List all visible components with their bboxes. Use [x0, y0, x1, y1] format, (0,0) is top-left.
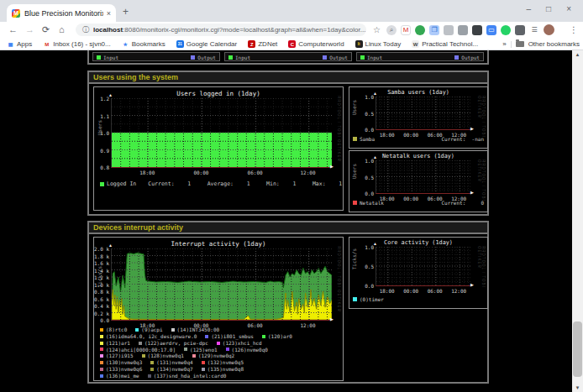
blue-chat-extension-icon[interactable]: ▭ — [486, 25, 496, 35]
search-extension-icon[interactable]: ⌕ — [386, 25, 397, 35]
legend-swatch — [100, 368, 103, 371]
bookmarks-overflow-chevron[interactable]: » — [502, 40, 506, 48]
legend-swatch — [184, 348, 187, 351]
legend-swatch — [217, 342, 220, 345]
y-axis-arrow-icon: ▲ — [108, 93, 113, 97]
x-tick-label: 00:00 — [401, 132, 421, 138]
legend-item: (125)eno1 — [184, 347, 218, 353]
x-tick-label: 12:00 — [297, 322, 318, 328]
y-tick-label: 0.8 k — [93, 289, 109, 295]
tab-strip: M Blue Precision Monitorix × + – □ × — [0, 0, 583, 22]
users-section: Users using the system Users logged in (… — [87, 71, 489, 216]
scroll-up-icon[interactable]: ▲ — [572, 50, 583, 59]
gray-card-extension-icon[interactable] — [444, 25, 454, 35]
y-tick-label: 0.5 — [358, 175, 374, 180]
star-icon: ★ — [122, 40, 129, 48]
core-activity-graph[interactable]: Core activity (1day) Ticks/s (0)timer RR… — [349, 237, 488, 309]
y-tick-label: 1.0 — [358, 158, 374, 164]
x-tick-label: 06:00 — [425, 288, 445, 294]
bookmark-item[interactable]: ZZDNet — [248, 40, 277, 48]
x-tick-label: 06:00 — [425, 132, 445, 138]
puzzle-extension-icon[interactable] — [515, 25, 525, 35]
legend-label: Samba — [360, 136, 375, 142]
legend-item: Samba — [353, 136, 375, 142]
copy-pages-extension-icon[interactable]: ❐ — [429, 25, 439, 35]
cutoff-graph-panel[interactable]: Input Output — [92, 52, 220, 61]
new-tab-button[interactable]: + — [123, 7, 129, 17]
samba-users-graph[interactable]: Samba users (1day) Users SambaCurrent: -… — [349, 86, 488, 149]
reload-icon[interactable]: ⟳ — [42, 24, 50, 35]
other-bookmarks-button[interactable]: Other bookmarks — [528, 40, 580, 48]
home-icon[interactable]: ⌂ — [59, 24, 65, 34]
x-axis-arrow-icon: ▶ — [330, 317, 334, 321]
browser-menu-icon[interactable]: ⋮ — [570, 25, 578, 34]
legend-item: (122)aerdrv, pcie-dpc — [139, 340, 208, 347]
graph-legend: Logged InCurrent: 1 Average: 1 Min: 1 Ma… — [100, 180, 342, 187]
window-close-button[interactable]: × — [566, 4, 571, 13]
bookmark-star-icon[interactable]: ☆ — [373, 25, 381, 34]
bookmark-item[interactable]: ltLinux Today — [355, 40, 402, 48]
mask-extension-icon[interactable] — [458, 25, 468, 35]
y-tick-label: 0.9 — [93, 148, 109, 154]
legend-label: (132)nvme0q5 — [207, 359, 244, 366]
bookmark-item[interactable]: ▦Apps — [7, 40, 32, 48]
legend-item: (136)mei_me — [100, 373, 139, 379]
green-circle-extension-icon[interactable] — [501, 25, 511, 35]
tab-title: Blue Precision Monitorix — [24, 9, 103, 18]
netatalk-users-graph[interactable]: Netatalk users (1day) Users NetatalkCurr… — [349, 150, 488, 212]
window-maximize-button[interactable]: □ — [546, 4, 551, 13]
devices-section-title: Devices interrupt activity — [89, 222, 487, 234]
y-tick-label: 2.0 k — [93, 246, 109, 252]
y-tick-label: 1.6 k — [93, 260, 109, 266]
x-tick-label: 18:00 — [137, 322, 157, 328]
legend-label: (131)nvme0q4 — [156, 359, 192, 366]
address-bar[interactable]: ⓘ localhost:8080/monitorix-cgi/monitorix… — [76, 24, 366, 36]
legend-item: (133)nvme0q6 — [100, 366, 142, 373]
y-tick-label: 1.8 k — [93, 253, 109, 259]
graph-legend: (0)timer — [353, 296, 484, 302]
legend-swatch — [148, 374, 151, 378]
input-legend-swatch — [97, 55, 101, 60]
scroll-down-icon[interactable]: ▼ — [572, 384, 583, 392]
bookmark-item[interactable]: ★Bookmarks — [122, 40, 165, 48]
tab-close-icon[interactable]: × — [107, 9, 111, 18]
bookmark-item[interactable]: MInbox (16) - sjvn0... — [43, 40, 110, 48]
page-content: Input Output Input Output Input Output U… — [0, 50, 583, 392]
users-logged-in-graph[interactable]: Users logged in (1day) Users Logged InCu… — [93, 86, 344, 211]
green-phone-extension-icon[interactable] — [415, 25, 425, 35]
cutoff-graph-panel[interactable]: Input Output — [356, 52, 484, 61]
browser-tab[interactable]: M Blue Precision Monitorix × — [7, 4, 116, 22]
gmail-extension-icon[interactable]: M — [401, 25, 411, 35]
legend-stats: Current: 1 Average: 1 Min: 1 Max: 1 — [148, 180, 342, 187]
legend-label: (136)mei_me — [106, 373, 139, 379]
vertical-scrollbar[interactable]: ▲ ▼ — [572, 50, 583, 392]
dark-square-extension-icon[interactable] — [472, 25, 482, 35]
bookmark-label: Computerworld — [298, 40, 344, 48]
y-tick-label: 0.5 — [358, 264, 374, 269]
legend-item: (127)i915 — [100, 353, 134, 359]
legend-item: (124)ahci[0000:00:17.0] — [100, 347, 176, 353]
y-tick-label: 0.0 — [358, 127, 374, 133]
back-icon[interactable]: ← — [8, 24, 18, 34]
cutoff-graph-panel[interactable]: Input Output — [224, 52, 352, 61]
legend-swatch — [262, 335, 265, 338]
window-minimize-button[interactable]: – — [526, 4, 531, 13]
legend-item: (123)xhci_hcd — [217, 340, 262, 347]
bookmark-item[interactable]: CComputerworld — [288, 40, 344, 48]
scrollbar-thumb[interactable] — [573, 321, 582, 377]
site-info-icon[interactable]: ⓘ — [82, 25, 89, 34]
profile-avatar[interactable] — [544, 24, 554, 35]
x-tick-label: 00:00 — [191, 322, 211, 328]
y-axis-label: Ticks/s — [351, 248, 357, 269]
interrupt-activity-graph[interactable]: Interrupt activity (1day) Ticks/s (8)rtc… — [93, 237, 344, 381]
media-list-extension-icon[interactable]: ☰ — [529, 25, 539, 35]
legend-label: (128)nvme0q1 — [148, 353, 184, 359]
rrdtool-watermark: RRDTOOL / TOBI OETIKER — [477, 246, 486, 308]
x-tick-label: 18:00 — [377, 288, 397, 294]
legend-swatch — [226, 348, 229, 351]
bookmark-item[interactable]: 31Google Calendar — [176, 40, 237, 48]
apps-grid-icon: ▦ — [7, 40, 14, 48]
bookmark-item[interactable]: WPractical Technol... — [412, 40, 478, 48]
y-tick-label: 1.1 — [93, 113, 109, 119]
forward-icon[interactable]: → — [25, 24, 34, 34]
